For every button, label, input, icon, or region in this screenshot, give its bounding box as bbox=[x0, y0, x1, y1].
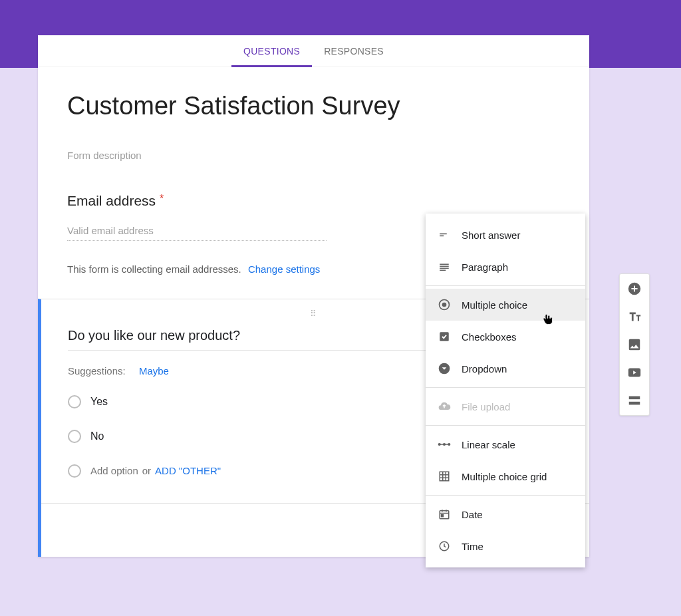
linear-scale-icon bbox=[438, 438, 451, 451]
menu-label: Checkboxes bbox=[462, 331, 517, 343]
form-title[interactable]: Customer Satisfaction Survey bbox=[67, 91, 560, 122]
menu-item-date[interactable]: Date bbox=[426, 498, 585, 530]
add-question-button[interactable] bbox=[626, 281, 642, 297]
menu-separator bbox=[426, 285, 585, 286]
menu-label: Dropdown bbox=[462, 363, 507, 375]
add-image-button-toolbar[interactable] bbox=[626, 337, 642, 353]
menu-label: Multiple choice bbox=[462, 299, 527, 311]
email-input[interactable]: Valid email address bbox=[67, 225, 327, 241]
text-icon bbox=[627, 309, 642, 324]
or-text: or bbox=[142, 465, 151, 476]
svg-rect-3 bbox=[440, 235, 444, 237]
svg-rect-5 bbox=[440, 266, 449, 267]
add-other-link[interactable]: ADD "OTHER" bbox=[155, 465, 221, 476]
menu-label: File upload bbox=[462, 401, 510, 412]
menu-item-short-answer[interactable]: Short answer bbox=[426, 219, 585, 251]
form-description[interactable]: Form description bbox=[67, 150, 560, 161]
svg-point-9 bbox=[442, 303, 447, 307]
menu-label: Date bbox=[462, 509, 483, 520]
menu-label: Multiple choice grid bbox=[462, 471, 547, 482]
collecting-note-text: This form is collecting email addresses. bbox=[67, 263, 241, 275]
change-settings-link[interactable]: Change settings bbox=[248, 263, 320, 275]
menu-item-file-upload: File upload bbox=[426, 390, 585, 422]
menu-separator bbox=[426, 495, 585, 496]
grid-icon bbox=[438, 470, 451, 483]
svg-rect-25 bbox=[442, 515, 444, 517]
menu-item-linear-scale[interactable]: Linear scale bbox=[426, 428, 585, 460]
menu-label: Linear scale bbox=[462, 439, 515, 450]
menu-item-multiple-choice[interactable]: Multiple choice bbox=[426, 289, 585, 321]
menu-item-checkboxes[interactable]: Checkboxes bbox=[426, 321, 585, 353]
plus-circle-icon bbox=[627, 281, 642, 296]
suggestion-maybe[interactable]: Maybe bbox=[139, 365, 169, 377]
option-label[interactable]: No bbox=[90, 430, 104, 442]
side-toolbar bbox=[619, 273, 650, 416]
menu-separator bbox=[426, 387, 585, 388]
add-option-link[interactable]: Add option bbox=[90, 465, 138, 476]
svg-rect-6 bbox=[440, 268, 449, 269]
radio-icon bbox=[68, 395, 81, 408]
menu-item-mc-grid[interactable]: Multiple choice grid bbox=[426, 460, 585, 492]
menu-separator bbox=[426, 425, 585, 426]
required-star: * bbox=[160, 193, 164, 204]
cloud-upload-icon bbox=[438, 400, 451, 413]
add-video-button[interactable] bbox=[626, 365, 642, 381]
question-type-menu: Short answer Paragraph Multiple choice C… bbox=[426, 214, 585, 567]
svg-rect-29 bbox=[629, 396, 640, 400]
short-text-icon bbox=[438, 228, 451, 241]
option-label[interactable]: Yes bbox=[90, 396, 108, 408]
svg-rect-15 bbox=[440, 444, 450, 444]
menu-item-paragraph[interactable]: Paragraph bbox=[426, 251, 585, 283]
image-icon bbox=[627, 337, 642, 352]
section-icon bbox=[627, 393, 642, 408]
email-question-label: Email address * bbox=[67, 193, 560, 209]
svg-rect-2 bbox=[440, 233, 447, 235]
menu-label: Time bbox=[462, 541, 483, 552]
dropdown-icon bbox=[438, 362, 451, 375]
checkbox-icon bbox=[438, 330, 451, 343]
radio-icon bbox=[68, 464, 81, 478]
add-title-button[interactable] bbox=[626, 309, 642, 325]
tab-responses[interactable]: RESPONSES bbox=[312, 35, 396, 67]
form-tabs: QUESTIONS RESPONSES bbox=[38, 35, 589, 67]
clock-icon bbox=[438, 539, 451, 553]
tab-questions[interactable]: QUESTIONS bbox=[231, 35, 312, 67]
video-icon bbox=[627, 365, 642, 380]
calendar-icon bbox=[438, 508, 451, 521]
radio-button-icon bbox=[438, 298, 451, 311]
menu-item-time[interactable]: Time bbox=[426, 530, 585, 562]
svg-rect-7 bbox=[440, 270, 446, 271]
svg-rect-4 bbox=[440, 264, 449, 265]
svg-rect-16 bbox=[440, 472, 449, 481]
svg-rect-30 bbox=[629, 402, 640, 405]
suggestions-label: Suggestions: bbox=[68, 365, 126, 377]
menu-label: Short answer bbox=[462, 230, 520, 241]
add-section-button[interactable] bbox=[626, 392, 642, 408]
radio-icon bbox=[68, 430, 81, 443]
paragraph-icon bbox=[438, 260, 451, 273]
menu-item-dropdown[interactable]: Dropdown bbox=[426, 353, 585, 385]
email-label-text: Email address bbox=[67, 193, 156, 208]
menu-label: Paragraph bbox=[462, 261, 508, 273]
